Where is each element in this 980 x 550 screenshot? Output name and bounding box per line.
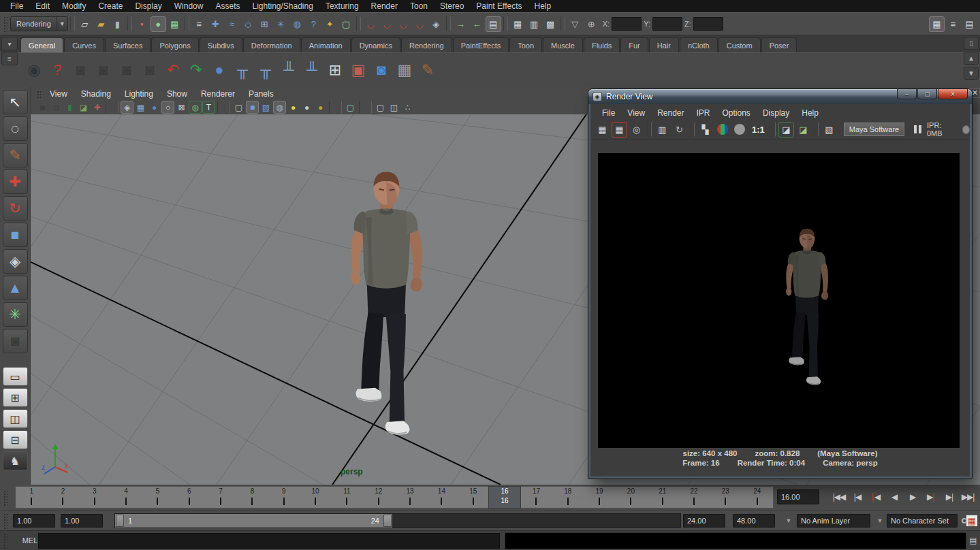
vp-flat-light-icon[interactable]: ● [300, 101, 313, 114]
maximize-button[interactable]: □ [917, 89, 937, 99]
animation-end-input[interactable]: 48.00 [733, 514, 775, 528]
y-input[interactable] [652, 17, 682, 31]
minimize-button[interactable]: – [897, 89, 917, 99]
shelf-camera-orbit-icon[interactable]: ◙ [69, 59, 91, 81]
menu-item[interactable]: Modify [56, 1, 92, 12]
make-live-icon[interactable]: ◍ [289, 16, 305, 32]
move-snap-icon[interactable]: ✚ [208, 16, 223, 32]
shelf-tab[interactable]: Surfaces [105, 37, 151, 52]
timeslider-grip[interactable] [3, 489, 7, 506]
select-hierarchy-icon[interactable]: ▪ [134, 16, 150, 32]
render-view-menu-item[interactable]: Options [716, 108, 757, 118]
shelf-tab[interactable]: Toon [509, 37, 542, 52]
x-input[interactable] [612, 17, 642, 31]
menu-set-dropdown[interactable]: Rendering ▼ [10, 16, 68, 31]
shelf-delete-history-icon[interactable]: ● [208, 59, 230, 81]
range-end-handle[interactable] [383, 515, 392, 527]
select-component-icon[interactable]: ▦ [167, 16, 183, 32]
anim-layer-dropdown[interactable]: No Anim Layer [797, 514, 870, 528]
lasso-tool-button[interactable]: ◌ [3, 116, 28, 141]
panel-grip[interactable] [36, 90, 41, 98]
timeline-frame-cell[interactable]: 17 [520, 487, 552, 508]
shelf-unparent-icon[interactable]: ╨ [301, 59, 323, 81]
shelf-tab[interactable]: Subdivs [200, 37, 242, 52]
vp-default-material-icon[interactable]: ◍ [189, 101, 202, 114]
shelf-camera-dolly-icon[interactable]: ◙ [116, 59, 138, 81]
vp-image-plane-icon[interactable]: ◪ [77, 101, 90, 114]
cmdline-grip[interactable] [3, 532, 7, 549]
rv-render-region-icon[interactable]: ▚ [697, 122, 713, 138]
menu-item[interactable]: Render [365, 1, 404, 12]
menu-item[interactable]: Paint Effects [470, 1, 528, 12]
snap-magnet-grid-icon[interactable]: ◡ [363, 16, 379, 32]
rv-redo-render-icon[interactable]: ▦ [612, 122, 627, 138]
playback-end-input[interactable]: 24.00 [683, 514, 725, 528]
shelf-render-globe-icon[interactable]: ◉ [23, 59, 45, 81]
range-start-handle[interactable] [116, 515, 124, 527]
go-to-end-button[interactable]: ▶▶| [959, 489, 977, 505]
vp-layers-icon[interactable]: ◫ [388, 101, 400, 114]
render-view-menu-item[interactable]: File [596, 108, 621, 118]
timeline-frame-cell[interactable]: 6 [174, 487, 205, 508]
shelf-tab[interactable]: Dynamics [351, 37, 400, 52]
shelf-scroll-down-icon[interactable]: ▼ [964, 67, 979, 80]
quick-selection-arrow-icon[interactable]: ▽ [567, 16, 583, 32]
anim-layer-dropdown-arrow[interactable]: ▼ [782, 514, 795, 528]
timeline-frame-cell[interactable]: 5 [142, 487, 173, 508]
rv-refresh-ipr-icon[interactable]: ↻ [671, 122, 687, 138]
timeline-frame-cell[interactable]: 24 [742, 487, 773, 508]
timeline-frame-cell[interactable]: 18 [552, 487, 584, 508]
select-tool-button[interactable]: ↖ [3, 90, 28, 114]
vp-shaded-cube-icon[interactable]: ■ [246, 101, 259, 114]
shelf-group-icon[interactable]: ╥ [232, 59, 253, 81]
render-view-menu-item[interactable]: Display [757, 108, 795, 118]
shelf-tab[interactable]: Hair [649, 37, 679, 52]
vp-multi-icon[interactable]: ∴ [401, 101, 414, 114]
shelf-undo-icon[interactable]: ↶ [162, 59, 184, 81]
snap-magnet-point-icon[interactable]: ◡ [396, 16, 411, 32]
viewport-menu-item[interactable]: Lighting [118, 89, 160, 99]
menu-item[interactable]: Display [129, 1, 168, 12]
z-input[interactable] [693, 17, 723, 31]
script-editor-icon[interactable]: ▤ [968, 534, 979, 547]
vp-2d-pan-zoom-icon[interactable]: ✚ [91, 101, 104, 114]
rv-render-frame-icon[interactable]: ▦ [595, 122, 610, 138]
shelf-tab[interactable]: Curves [64, 37, 104, 52]
viewport-menu-item[interactable]: Panels [242, 89, 281, 99]
shelf-menu-icon[interactable]: ≡ [1, 52, 18, 65]
render-view-titlebar[interactable]: ◈ Render View – □ × [588, 89, 972, 104]
step-back-key-button[interactable]: ◀ [867, 489, 885, 505]
timeline-frame-cell[interactable]: 2 [47, 487, 78, 508]
shelf-tab[interactable]: Fluids [584, 37, 620, 52]
render-view-menu-item[interactable]: Help [795, 108, 825, 118]
character-model[interactable] [327, 165, 445, 448]
timeline-frame-cell[interactable]: 21 [647, 487, 678, 508]
shelf-ungroup-icon[interactable]: ╥ [255, 59, 276, 81]
shelf-assign-shader-icon[interactable]: ◙ [370, 59, 392, 81]
shelf-tab[interactable]: Deformation [243, 37, 300, 52]
shelf-camera-pan-icon[interactable]: ◙ [93, 59, 114, 81]
timeline-frame-cell[interactable]: 12 [363, 487, 394, 508]
menu-item[interactable]: File [4, 1, 29, 12]
timeline-frame-cell[interactable]: 13 [394, 487, 426, 508]
timeline-frame-cell[interactable]: 4 [110, 487, 142, 508]
shelf-tab[interactable]: Custom [718, 37, 761, 52]
timeline-frame-cell[interactable]: 3 [79, 487, 110, 508]
timeline-frame-cell[interactable]: 23 [710, 487, 741, 508]
shelf-poly-group-icon[interactable]: ▦ [394, 59, 415, 81]
universal-manipulator-button[interactable]: ◈ [3, 249, 28, 274]
menu-item[interactable]: Help [528, 1, 558, 12]
vp-textured-cube-icon[interactable]: ▧ [259, 101, 272, 114]
shelf-tab[interactable]: Fur [620, 37, 648, 52]
viewport-menu-item[interactable]: View [43, 89, 74, 99]
shelf-tab[interactable]: Rendering [401, 37, 452, 52]
play-backwards-button[interactable]: ◀ [885, 489, 903, 505]
rv-snapshot-icon[interactable]: ◎ [629, 122, 644, 138]
vp-all-lights-icon[interactable]: ◍ [273, 101, 286, 114]
vp-wire-cube-icon[interactable]: ▢ [232, 101, 245, 114]
rv-options-icon[interactable]: ▧ [821, 122, 837, 138]
tool-settings-toggle-icon[interactable]: ≡ [945, 16, 961, 32]
snap-to-particles-icon[interactable]: ✳ [273, 16, 289, 32]
list-inputs-icon[interactable]: ▤ [486, 16, 501, 32]
render-settings-icon[interactable]: ▩ [543, 16, 558, 32]
